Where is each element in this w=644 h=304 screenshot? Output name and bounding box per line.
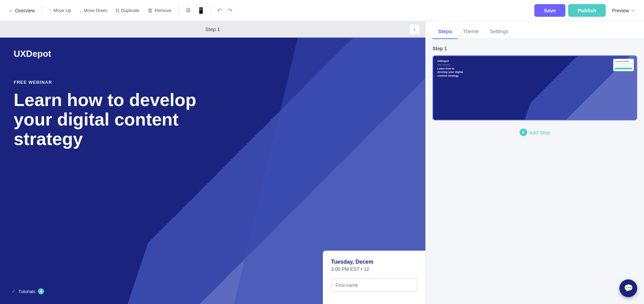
duplicate-icon: ⧉ — [115, 8, 119, 14]
tab-theme[interactable]: Theme — [457, 24, 484, 39]
duplicate-button[interactable]: ⧉ Duplicate — [112, 5, 143, 16]
step-section-label: Step 1 — [433, 46, 637, 51]
device-group: 🖥 📱 — [182, 5, 207, 16]
move-up-button[interactable]: ↑ Move Up — [45, 5, 74, 16]
move-down-label: Move Down — [84, 8, 107, 13]
thumb-reg-card: Tuesday, Dec 29 2020 — [613, 59, 634, 71]
undo-button[interactable]: ↶ — [215, 5, 224, 16]
toolbar-left: ← Overview ↑ Move Up ↓ Move Down ⧉ Dupli… — [5, 5, 533, 16]
thumbnail-bg: UXDepot FREE WEBINAR Learn how to develo… — [433, 56, 636, 120]
remove-label: Remove — [155, 8, 171, 13]
tutorials-check-icon: ✓ — [12, 289, 16, 294]
move-down-icon: ↓ — [79, 8, 82, 14]
registration-card: Tuesday, Decem 3:00 PM EST • 12 — [323, 251, 425, 304]
undo-redo-group: ↶ ↷ — [215, 5, 235, 16]
first-name-input[interactable] — [331, 279, 417, 292]
mobile-button[interactable]: 📱 — [194, 5, 207, 16]
toolbar-divider-3 — [211, 6, 211, 15]
reg-time: 3:00 PM EST • 12 — [331, 266, 417, 272]
thumb-register-btn — [615, 68, 632, 69]
duplicate-label: Duplicate — [121, 8, 139, 13]
back-button[interactable]: ← Overview — [5, 6, 38, 15]
thumb-title: Learn how to develop your digital conten… — [437, 67, 465, 78]
webinar-canvas: UXDepot FREE WEBINAR Learn how to develo… — [0, 38, 425, 304]
toolbar-divider — [42, 6, 42, 15]
tab-settings[interactable]: Settings — [484, 24, 514, 39]
move-up-label: Move Up — [53, 8, 71, 13]
add-step-row: + Add Step — [433, 120, 637, 144]
add-step-button[interactable]: + Add Step — [520, 129, 550, 136]
reg-date: Tuesday, Decem — [331, 259, 417, 265]
toolbar: ← Overview ↑ Move Up ↓ Move Down ⧉ Dupli… — [0, 0, 644, 21]
save-button[interactable]: Save — [534, 4, 565, 17]
collapse-button[interactable]: › — [409, 24, 420, 35]
add-step-label: Add Step — [529, 130, 550, 135]
panel-content: Step 1 UXDepot FREE WEBINAR Learn how to… — [426, 39, 644, 304]
tutorials-badge[interactable]: ✓ Tutorials 4 — [7, 286, 49, 297]
thumb-tag: FREE WEBINAR — [437, 64, 465, 66]
canvas-area: Step 1 › UXDepot FREE WEBINAR Learn how … — [0, 21, 425, 304]
chat-bubble[interactable]: 💬 — [619, 279, 637, 297]
tab-steps[interactable]: Steps — [433, 24, 457, 39]
publish-button[interactable]: Publish — [568, 4, 606, 17]
move-up-icon: ↑ — [49, 8, 52, 14]
tutorials-label: Tutorials — [18, 289, 35, 294]
trash-icon: 🗑 — [148, 8, 153, 14]
main-area: Step 1 › UXDepot FREE WEBINAR Learn how … — [0, 21, 644, 304]
webinar-content: UXDepot FREE WEBINAR Learn how to develo… — [0, 38, 425, 160]
preview-button[interactable]: Preview → — [608, 6, 639, 15]
thumbnail-content: UXDepot FREE WEBINAR Learn how to develo… — [437, 60, 465, 78]
tutorials-count: 4 — [38, 288, 44, 294]
panel-tabs: Steps Theme Settings — [426, 21, 644, 39]
chat-icon: 💬 — [624, 284, 633, 293]
step-thumbnail[interactable]: UXDepot FREE WEBINAR Learn how to develo… — [433, 55, 637, 120]
step-indicator-bar: Step 1 › — [0, 21, 425, 38]
thumb-last-name — [615, 65, 632, 67]
plus-circle-icon: + — [520, 129, 527, 136]
right-panel: Steps Theme Settings Step 1 UXDepot FREE… — [425, 21, 644, 304]
webinar-title: Learn how to develop your digital conten… — [14, 90, 219, 149]
move-down-button[interactable]: ↓ Move Down — [76, 5, 111, 16]
step-label: Step 1 — [16, 26, 409, 32]
toolbar-divider-2 — [178, 6, 179, 15]
webinar-logo: UXDepot — [14, 49, 412, 59]
webinar-tag: FREE WEBINAR — [14, 80, 412, 85]
remove-button[interactable]: 🗑 Remove — [144, 5, 175, 16]
thumb-first-name — [615, 63, 632, 65]
thumb-reg-date: Tuesday, Dec 29 2020 — [615, 61, 632, 62]
toolbar-right: Save Publish Preview → — [534, 4, 639, 17]
thumb-logo: UXDepot — [437, 60, 465, 63]
redo-button[interactable]: ↷ — [225, 5, 235, 16]
desktop-button[interactable]: 🖥 — [182, 5, 194, 16]
